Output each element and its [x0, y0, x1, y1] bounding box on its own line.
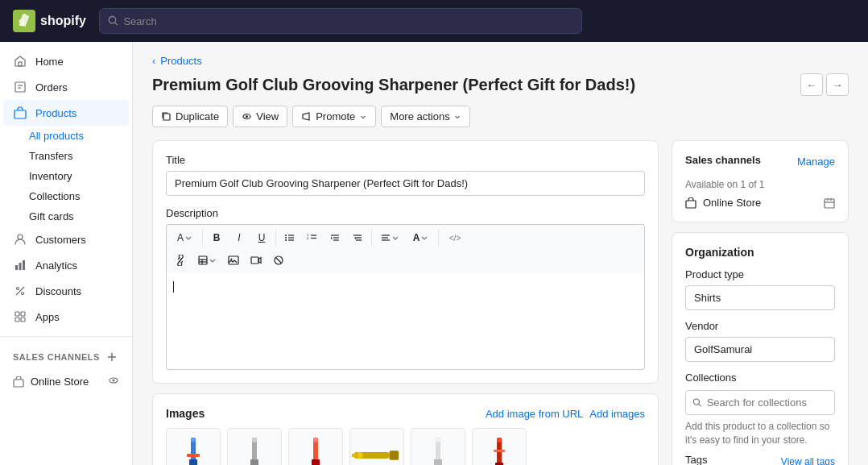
add-sales-channel-button[interactable]	[105, 350, 119, 364]
sidebar-sub-inventory[interactable]: Inventory	[3, 166, 129, 186]
online-store-row[interactable]: Online Store	[3, 371, 129, 392]
title-input[interactable]	[166, 171, 645, 196]
sidebar-item-orders[interactable]: Orders	[3, 74, 129, 100]
search-bar[interactable]	[99, 8, 582, 34]
product-image-3	[300, 434, 332, 466]
analytics-icon	[13, 258, 27, 272]
svg-rect-63	[250, 459, 258, 466]
video-button[interactable]	[246, 251, 267, 270]
text-format-chevron	[185, 235, 192, 241]
sidebar-sub-gift-cards[interactable]: Gift cards	[3, 206, 129, 226]
sidebar-item-products-label: Products	[35, 107, 76, 119]
outdent-button[interactable]	[347, 228, 368, 247]
images-row	[166, 428, 645, 465]
sidebar-item-discounts[interactable]: Discounts	[3, 278, 129, 304]
sidebar-sub-collections[interactable]: Collections	[3, 186, 129, 206]
content-area: ‹ Products Premium Golf Club Grooving Sh…	[133, 42, 868, 465]
image-thumb-6[interactable]	[472, 428, 527, 465]
vendor-select[interactable]: GolfSamurai Other Vendor	[685, 337, 835, 362]
collections-search-input[interactable]	[707, 391, 828, 414]
promote-button[interactable]: Promote	[292, 106, 376, 127]
sidebar-sub-all-products[interactable]: All products	[3, 126, 129, 146]
image-thumb-4[interactable]	[349, 428, 404, 465]
image-thumb-1[interactable]	[166, 428, 221, 465]
vendor-select-wrapper: GolfSamurai Other Vendor	[685, 337, 835, 362]
sidebar-item-products[interactable]: Products	[3, 100, 129, 126]
home-icon	[13, 54, 27, 69]
sidebar-sub-transfers[interactable]: Transfers	[3, 146, 129, 166]
online-store-left: Online Store	[13, 376, 89, 388]
embed-button[interactable]	[268, 251, 289, 270]
calendar-icon[interactable]	[824, 197, 835, 209]
align-icon	[381, 233, 391, 243]
sales-channels-label: SALES CHANNELS	[13, 352, 100, 362]
image-thumb-3[interactable]	[288, 428, 343, 465]
products-icon	[13, 106, 27, 120]
online-store-panel-label: Online Store	[703, 197, 761, 209]
next-product-button[interactable]: →	[826, 73, 849, 96]
duplicate-button[interactable]: Duplicate	[152, 106, 228, 127]
sidebar-item-analytics[interactable]: Analytics	[3, 252, 129, 278]
svg-point-27	[246, 115, 248, 118]
search-input[interactable]	[123, 15, 572, 27]
svg-rect-19	[21, 318, 25, 322]
toolbar: Duplicate View Promote More actions	[152, 106, 849, 127]
image-button[interactable]	[223, 251, 244, 270]
view-button[interactable]: View	[233, 106, 287, 127]
table-button[interactable]	[192, 251, 221, 270]
prev-product-button[interactable]: ←	[800, 73, 823, 96]
underline-button[interactable]: U	[251, 228, 272, 247]
description-editor[interactable]	[166, 273, 645, 370]
title-card: Title Description A B I	[152, 140, 659, 384]
add-image-url-button[interactable]: Add image from URL	[486, 408, 583, 420]
svg-point-53	[231, 259, 233, 260]
sidebar-item-customers[interactable]: Customers	[3, 226, 129, 252]
image-thumb-2[interactable]	[227, 428, 282, 465]
manage-link[interactable]: Manage	[797, 156, 835, 168]
align-chevron	[392, 235, 399, 241]
organization-card: Organization Product type Shirts Clubs A…	[672, 232, 849, 465]
logo-text: shopify	[40, 14, 86, 28]
link-button[interactable]	[170, 251, 191, 270]
sidebar-item-apps[interactable]: Apps	[3, 304, 129, 330]
page-title: Premium Golf Club Grooving Sharpener (Pe…	[152, 76, 635, 94]
breadcrumb[interactable]: ‹ Products	[152, 55, 849, 67]
more-actions-button[interactable]: More actions	[381, 106, 469, 127]
main-layout: Home Orders Products All products Transf…	[0, 42, 868, 465]
svg-point-77	[436, 438, 440, 442]
unordered-list-button[interactable]	[279, 228, 300, 247]
add-images-button[interactable]: Add images	[589, 408, 645, 420]
svg-rect-5	[15, 82, 25, 92]
svg-point-24	[113, 380, 115, 382]
bold-button[interactable]: B	[206, 228, 227, 247]
sidebar-item-home[interactable]: Home	[3, 48, 129, 74]
italic-button[interactable]: I	[229, 228, 250, 247]
nav-arrows: ← →	[800, 73, 849, 96]
images-title: Images	[166, 407, 205, 420]
product-form: Title Description A B I	[152, 140, 849, 465]
cursor	[173, 281, 174, 293]
html-source-button[interactable]: </>	[442, 228, 468, 247]
svg-rect-60	[187, 454, 200, 457]
image-thumb-5[interactable]	[411, 428, 465, 465]
indent-button[interactable]	[324, 228, 345, 247]
product-image-1	[177, 434, 209, 466]
svg-rect-12	[23, 260, 25, 270]
ordered-list-button[interactable]: 1.2.	[302, 228, 323, 247]
text-format-button[interactable]: A	[170, 228, 199, 247]
svg-point-28	[285, 235, 287, 236]
link-icon	[175, 255, 186, 266]
images-header: Images Add image from URL Add images	[166, 407, 645, 420]
sidebar-item-analytics-label: Analytics	[35, 259, 77, 272]
tags-row: Tags View all tags	[685, 454, 835, 465]
svg-line-47	[180, 259, 182, 262]
topbar: S shopify	[0, 0, 868, 42]
view-label: View	[256, 110, 279, 122]
eye-icon[interactable]	[108, 375, 119, 388]
product-type-select[interactable]: Shirts Clubs Accessories Apparel	[685, 285, 835, 310]
svg-rect-11	[19, 263, 22, 270]
svg-point-14	[22, 293, 24, 295]
color-button[interactable]: A	[406, 228, 435, 247]
view-all-tags-link[interactable]: View all tags	[781, 456, 835, 465]
align-button[interactable]	[375, 228, 404, 247]
